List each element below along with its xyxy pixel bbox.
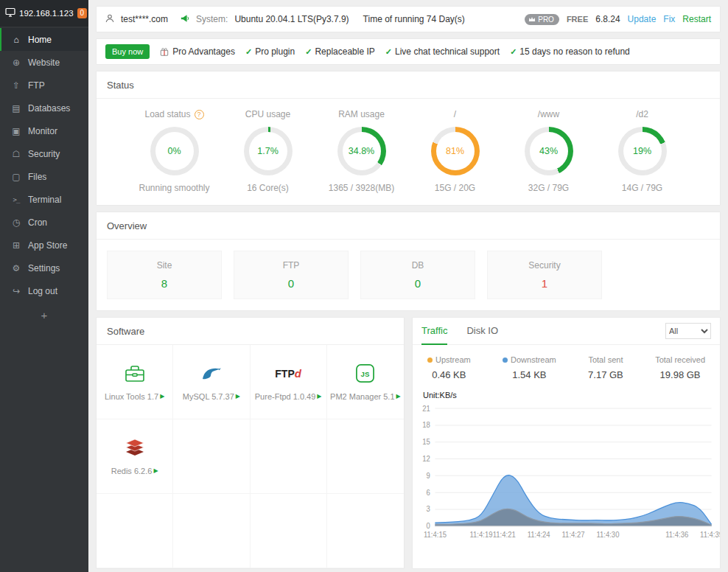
sidebar-item-monitor[interactable]: ▣ Monitor — [0, 119, 88, 142]
traffic-chart: 03691215182111:4:1511:4:1911:4:2111:4:24… — [413, 401, 720, 543]
software-cell-empty — [173, 419, 250, 494]
tab-disk-io[interactable]: Disk IO — [466, 318, 498, 345]
software-item-name: Pure-Ftpd 1.0.49 ▶ — [255, 392, 322, 401]
overview-box-ftp[interactable]: FTP 0 — [234, 251, 349, 299]
fix-link[interactable]: Fix — [663, 14, 675, 24]
gauge-donut: 1.7% — [244, 127, 293, 175]
app-root: 192.168.1.123 0 ⌂ Home ⊕ Website ⇧ FTP ▤… — [0, 0, 728, 572]
svg-text:12: 12 — [422, 455, 430, 463]
feature-label: 15 days no reason to refund — [519, 46, 629, 57]
gauge-percent: 19% — [618, 127, 667, 175]
logout-icon: ↪ — [11, 286, 21, 296]
check-icon: ✓ — [385, 47, 392, 57]
main-content: test****.com System: Ubuntu 20.04.1 LTS(… — [88, 0, 728, 572]
sidebar-item-settings[interactable]: ⚙ Settings — [0, 257, 88, 279]
monitor-screen-icon — [5, 7, 15, 19]
gauge-sub: 15G / 20G — [435, 183, 475, 193]
software-cell-empty — [327, 419, 404, 494]
home-icon: ⌂ — [11, 35, 21, 45]
overview-card-title: Overview — [97, 212, 720, 240]
gear-icon: ⚙ — [11, 263, 21, 273]
software-item-redis[interactable]: Redis 6.2.6 ▶ — [97, 419, 173, 494]
terminal-icon: >_ — [11, 196, 21, 203]
system-label: System: — [196, 14, 228, 24]
gauge-label-row: /www — [538, 109, 559, 119]
software-item-linux-tools[interactable]: Linux Tools 1.7 ▶ — [97, 345, 173, 419]
svg-text:15: 15 — [422, 438, 430, 446]
svg-text:11:4:39: 11:4:39 — [700, 531, 720, 539]
update-link[interactable]: Update — [628, 14, 657, 24]
sidebar-item-label: Monitor — [28, 126, 57, 136]
software-item-label: Pure-Ftpd 1.0.49 — [255, 392, 316, 401]
play-icon: ▶ — [236, 393, 240, 400]
software-item-pm2[interactable]: JS PM2 Manager 5.1 ▶ — [327, 345, 404, 419]
overview-box-site[interactable]: Site 8 — [107, 251, 222, 299]
pm2-js-icon: JS — [355, 363, 375, 384]
top-info-left: test****.com System: Ubuntu 20.04.1 LTS(… — [105, 14, 472, 25]
software-cell-empty — [251, 419, 327, 494]
legend-total-sent: Total sent 7.17 GB — [588, 355, 623, 380]
user-icon — [105, 14, 114, 25]
software-item-name: Linux Tools 1.7 ▶ — [105, 392, 164, 401]
sidebar-item-terminal[interactable]: >_ Terminal — [0, 188, 88, 211]
sidebar-item-app-store[interactable]: ⊞ App Store — [0, 234, 88, 257]
clock-icon: ◷ — [11, 217, 21, 228]
redis-cube-icon — [125, 438, 145, 458]
feature-label: Pro plugin — [255, 46, 295, 57]
play-icon: ▶ — [160, 393, 164, 400]
svg-text:11:4:19: 11:4:19 — [470, 531, 493, 539]
folder-icon: ▢ — [11, 172, 21, 182]
gauge-sub: 1365 / 3928(MB) — [329, 183, 394, 193]
gauge-donut: 19% — [618, 127, 667, 175]
sidebar-item-label: Terminal — [28, 195, 61, 205]
gauge-sub: 16 Core(s) — [247, 183, 289, 193]
sidebar-item-log-out[interactable]: ↪ Log out — [0, 279, 88, 302]
gauge-donut: 34.8% — [337, 127, 386, 175]
sidebar-item-files[interactable]: ▢ Files — [0, 165, 88, 188]
restart-link[interactable]: Restart — [682, 14, 711, 24]
legend-value: 19.98 GB — [660, 369, 701, 380]
check-icon: ✓ — [510, 47, 517, 57]
sidebar-item-website[interactable]: ⊕ Website — [0, 51, 88, 74]
traffic-legend: Upstream 0.46 KB Downstream 1.54 KB T — [413, 345, 720, 383]
toolbox-icon — [125, 363, 145, 384]
pro-advantages-label: Pro Advantages — [172, 46, 235, 57]
software-item-mysql[interactable]: MySQL 5.7.37 ▶ — [173, 345, 250, 419]
overview-box-db[interactable]: DB 0 — [360, 251, 475, 299]
add-menu-button[interactable]: + — [0, 302, 88, 328]
svg-text:9: 9 — [427, 472, 430, 480]
sidebar-item-label: Cron — [28, 217, 47, 228]
gauge-label: /d2 — [636, 109, 648, 119]
pro-advantages[interactable]: Pro Advantages — [160, 46, 235, 57]
promo-bar: Buy now Pro Advantages ✓ Pro plugin ✓ Re… — [96, 38, 721, 65]
tab-traffic[interactable]: Traffic — [421, 318, 447, 345]
account-name[interactable]: test****.com — [121, 14, 168, 24]
pro-badge[interactable]: PRO — [525, 14, 559, 25]
edition-label: FREE — [567, 15, 588, 24]
software-cell-empty — [97, 494, 173, 568]
software-card: Software Linux Tools 1.7 ▶ — [96, 317, 405, 569]
sidebar-item-ftp[interactable]: ⇧ FTP — [0, 74, 88, 97]
feature-label: Replaceable IP — [315, 46, 374, 57]
svg-text:11:4:30: 11:4:30 — [596, 531, 620, 539]
server-selector[interactable]: 192.168.1.123 0 — [0, 0, 88, 27]
help-icon[interactable]: ? — [195, 110, 204, 119]
legend-upstream: Upstream 0.46 KB — [427, 355, 471, 380]
sidebar-item-home[interactable]: ⌂ Home — [0, 28, 88, 51]
sidebar-item-security[interactable]: ☖ Security — [0, 142, 88, 165]
legend-value: 0.46 KB — [432, 369, 466, 380]
software-item-label: Redis 6.2.6 — [111, 467, 153, 475]
software-item-pure-ftpd[interactable]: FTPd Pure-Ftpd 1.0.49 ▶ — [251, 345, 327, 419]
mysql-dolphin-icon — [200, 363, 223, 384]
message-count-badge[interactable]: 0 — [77, 8, 88, 18]
software-cell-empty — [327, 494, 404, 568]
buy-now-button[interactable]: Buy now — [105, 44, 150, 59]
gauge-donut: 81% — [431, 127, 480, 175]
overview-box-security[interactable]: Security 1 — [487, 251, 602, 299]
bottom-row: Software Linux Tools 1.7 ▶ — [96, 317, 721, 569]
legend-downstream: Downstream 1.54 KB — [503, 355, 556, 380]
sidebar-item-databases[interactable]: ▤ Databases — [0, 97, 88, 119]
crown-icon — [528, 16, 536, 22]
sidebar-item-cron[interactable]: ◷ Cron — [0, 211, 88, 234]
traffic-filter-select[interactable]: All — [665, 323, 711, 339]
